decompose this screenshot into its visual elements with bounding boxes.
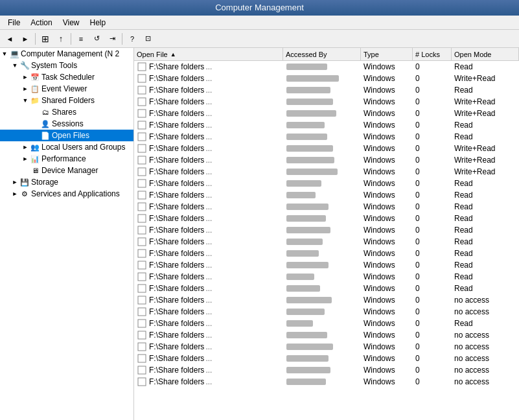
blurred-username xyxy=(286,64,327,70)
col-header-locks[interactable]: # Locks xyxy=(413,48,452,60)
list-row[interactable]: F:\Share folders ...Windows0Read xyxy=(134,318,519,329)
tree-item-root[interactable]: ▼ 💻 Computer Management (N 2 xyxy=(0,48,133,60)
expand-services[interactable]: ► xyxy=(10,189,19,198)
cell-open-file: F:\Share folders ... xyxy=(134,353,283,364)
list-row[interactable]: F:\Share folders ...Windows0Read xyxy=(134,131,519,143)
tree-item-shares[interactable]: ► 🗂 Shares xyxy=(0,106,133,118)
tree-item-system-tools[interactable]: ▼ 🔧 System Tools xyxy=(0,60,133,71)
expand-performance[interactable]: ► xyxy=(21,154,30,163)
cell-accessed-by xyxy=(283,189,361,201)
list-row[interactable]: F:\Share folders ...Windows0no access xyxy=(134,353,519,364)
cell-open-mode: Read xyxy=(452,213,519,224)
properties-button[interactable]: ≡ xyxy=(74,32,88,46)
list-row[interactable]: F:\Share folders ...Windows0Read xyxy=(134,236,519,248)
tree-item-services[interactable]: ► ⚙ Services and Applications xyxy=(0,188,133,200)
col-open-file-label: Open File xyxy=(137,51,168,58)
list-row[interactable]: F:\Share folders ...Windows0no access xyxy=(134,329,519,341)
expand-shared-folders[interactable]: ▼ xyxy=(21,96,30,105)
cell-type: Windows xyxy=(361,108,413,119)
file-icon xyxy=(137,143,147,154)
show-tree-button[interactable]: ⊞ xyxy=(38,32,52,46)
col-header-accessed-by[interactable]: Accessed By xyxy=(283,48,361,60)
menu-view[interactable]: View xyxy=(58,17,85,29)
list-row[interactable]: F:\Share folders ...Windows0no access xyxy=(134,376,519,388)
help-button[interactable]: ? xyxy=(125,32,139,46)
cell-accessed-by xyxy=(283,306,361,318)
up-button[interactable]: ↑ xyxy=(54,32,68,46)
tree-label-performance: Performance xyxy=(41,153,86,165)
list-row[interactable]: F:\Share folders ...Windows0no access xyxy=(134,341,519,353)
tree-item-open-files[interactable]: ► 📄 Open Files xyxy=(0,130,133,141)
col-header-open-mode[interactable]: Open Mode xyxy=(452,48,519,60)
list-row[interactable]: F:\Share folders ...Windows0Write+Read xyxy=(134,73,519,84)
tree-panel: ▼ 💻 Computer Management (N 2 ▼ 🔧 System … xyxy=(0,48,134,420)
list-row[interactable]: F:\Share folders ...Windows0Write+Read xyxy=(134,166,519,178)
refresh-button[interactable]: ↺ xyxy=(89,32,104,46)
list-row[interactable]: F:\Share folders ...Windows0Read xyxy=(134,283,519,294)
open-files-icon: 📄 xyxy=(40,130,51,141)
sort-arrow-icon: ▲ xyxy=(170,51,176,58)
tree-item-local-users[interactable]: ► 👥 Local Users and Groups xyxy=(0,141,133,153)
list-row[interactable]: F:\Share folders ...Windows0Write+Read xyxy=(134,154,519,166)
list-header: Open File ▲ Accessed By Type # Locks Ope… xyxy=(134,48,519,61)
list-row[interactable]: F:\Share folders ...Windows0Write+Read xyxy=(134,143,519,154)
col-header-open-file[interactable]: Open File ▲ xyxy=(134,48,283,60)
list-row[interactable]: F:\Share folders ...Windows0Read xyxy=(134,248,519,259)
file-icon xyxy=(137,377,147,387)
cell-open-file: F:\Share folders ... xyxy=(134,108,283,119)
cell-open-mode: Read xyxy=(452,224,519,236)
tree-item-sessions[interactable]: ► 👤 Sessions xyxy=(0,118,133,130)
expand-local-users[interactable]: ► xyxy=(21,143,30,152)
menu-file[interactable]: File xyxy=(3,17,25,29)
back-button[interactable]: ◄ xyxy=(3,32,17,46)
list-row[interactable]: F:\Share folders ...Windows0no access xyxy=(134,306,519,318)
menu-bar: File Action View Help xyxy=(0,16,519,30)
blurred-username xyxy=(286,274,314,280)
expand-root[interactable]: ▼ xyxy=(0,49,9,58)
cell-accessed-by xyxy=(283,271,361,283)
expand-storage[interactable]: ► xyxy=(10,178,19,187)
cell-type: Windows xyxy=(361,259,413,271)
list-row[interactable]: F:\Share folders ...Windows0Read xyxy=(134,271,519,283)
list-row[interactable]: F:\Share folders ...Windows0no access xyxy=(134,364,519,376)
list-row[interactable]: F:\Share folders ...Windows0Read xyxy=(134,259,519,271)
file-icon xyxy=(137,190,147,200)
tree-label-task-scheduler: Task Scheduler xyxy=(41,71,95,83)
cell-open-mode: Write+Read xyxy=(452,143,519,154)
list-row[interactable]: F:\Share folders ...Windows0Read xyxy=(134,178,519,189)
list-row[interactable]: F:\Share folders ...Windows0no access xyxy=(134,294,519,306)
cell-accessed-by xyxy=(283,283,361,294)
list-row[interactable]: F:\Share folders ...Windows0Read xyxy=(134,213,519,224)
file-path: F:\Share folders xyxy=(149,319,204,328)
list-row[interactable]: F:\Share folders ...Windows0Read xyxy=(134,224,519,236)
expand-system-tools[interactable]: ▼ xyxy=(10,61,19,70)
expand-event-viewer[interactable]: ► xyxy=(21,84,30,93)
menu-action[interactable]: Action xyxy=(25,17,57,29)
tree-item-storage[interactable]: ► 💾 Storage xyxy=(0,176,133,188)
col-header-type[interactable]: Type xyxy=(361,48,413,60)
tree-item-task-scheduler[interactable]: ► 📅 Task Scheduler xyxy=(0,71,133,83)
file-icon xyxy=(137,342,147,352)
expand-task-scheduler[interactable]: ► xyxy=(21,73,30,82)
file-dots: ... xyxy=(205,156,212,165)
export-button[interactable]: ⇥ xyxy=(105,32,119,46)
forward-button[interactable]: ► xyxy=(18,32,32,46)
list-panel: Open File ▲ Accessed By Type # Locks Ope… xyxy=(134,48,519,420)
tree-item-device-manager[interactable]: ► 🖥 Device Manager xyxy=(0,165,133,176)
menu-help[interactable]: Help xyxy=(85,17,111,29)
list-row[interactable]: F:\Share folders ...Windows0Read xyxy=(134,189,519,201)
extra-button[interactable]: ⊡ xyxy=(141,32,155,46)
list-body[interactable]: F:\Share folders ...Windows0ReadF:\Share… xyxy=(134,61,519,420)
file-dots: ... xyxy=(205,226,212,235)
list-row[interactable]: F:\Share folders ...Windows0Write+Read xyxy=(134,96,519,108)
tree-item-shared-folders[interactable]: ▼ 📁 Shared Folders xyxy=(0,95,133,106)
file-icon xyxy=(137,272,147,282)
file-path: F:\Share folders xyxy=(149,97,204,106)
tree-item-event-viewer[interactable]: ► 📋 Event Viewer xyxy=(0,83,133,95)
list-row[interactable]: F:\Share folders ...Windows0Read xyxy=(134,201,519,213)
list-row[interactable]: F:\Share folders ...Windows0Write+Read xyxy=(134,108,519,119)
list-row[interactable]: F:\Share folders ...Windows0Read xyxy=(134,61,519,73)
list-row[interactable]: F:\Share folders ...Windows0Read xyxy=(134,119,519,131)
list-row[interactable]: F:\Share folders ...Windows0Read xyxy=(134,84,519,96)
tree-item-performance[interactable]: ► 📊 Performance xyxy=(0,153,133,165)
